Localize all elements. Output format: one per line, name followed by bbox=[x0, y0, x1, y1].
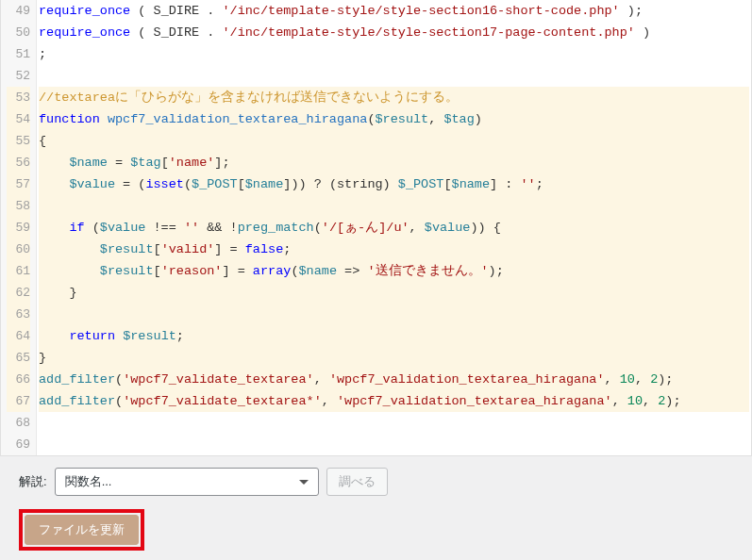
code-line[interactable]: function wpcf7_validation_textarea_hirag… bbox=[39, 108, 749, 130]
line-number: 54 bbox=[7, 108, 30, 130]
code-content[interactable]: require_once ( S_DIRE . '/inc/template-s… bbox=[37, 0, 751, 455]
code-line[interactable]: { bbox=[39, 130, 749, 152]
line-number: 69 bbox=[7, 434, 30, 455]
editor-footer: 解説: 関数名... 調べる ファイルを更新 bbox=[0, 456, 752, 560]
line-number: 55 bbox=[7, 130, 30, 152]
code-line[interactable] bbox=[39, 412, 749, 434]
code-line[interactable]: } bbox=[39, 282, 749, 304]
code-editor: 4950515253545556575859606162636465666768… bbox=[0, 0, 752, 456]
line-number: 63 bbox=[7, 304, 30, 325]
code-line[interactable]: ; bbox=[39, 43, 749, 65]
line-number: 60 bbox=[7, 239, 30, 260]
line-number: 56 bbox=[7, 152, 30, 173]
code-line[interactable]: require_once ( S_DIRE . '/inc/template-s… bbox=[39, 0, 749, 22]
code-line[interactable]: } bbox=[39, 347, 749, 369]
line-number: 62 bbox=[7, 282, 30, 304]
line-number: 58 bbox=[7, 195, 30, 217]
code-line[interactable]: $name = $tag['name']; bbox=[39, 152, 749, 173]
line-number: 64 bbox=[7, 325, 30, 347]
line-number: 50 bbox=[7, 22, 30, 43]
line-number: 51 bbox=[7, 43, 30, 65]
line-number: 52 bbox=[7, 65, 30, 87]
code-line[interactable] bbox=[39, 434, 749, 455]
line-number: 49 bbox=[7, 0, 30, 22]
lookup-button[interactable]: 調べる bbox=[326, 468, 388, 496]
code-line[interactable]: return $result; bbox=[39, 325, 749, 347]
line-number: 68 bbox=[7, 412, 30, 434]
line-number: 59 bbox=[7, 217, 30, 239]
code-line[interactable] bbox=[39, 304, 749, 325]
line-number: 53 bbox=[7, 87, 30, 108]
line-number: 66 bbox=[7, 369, 30, 390]
update-file-button[interactable]: ファイルを更新 bbox=[25, 515, 139, 545]
code-line[interactable] bbox=[39, 195, 749, 217]
code-line[interactable]: require_once ( S_DIRE . '/inc/template-s… bbox=[39, 22, 749, 43]
code-line[interactable]: $result['valid'] = false; bbox=[39, 239, 749, 260]
code-line[interactable]: $value = (isset($_POST[$name])) ? (strin… bbox=[39, 173, 749, 195]
line-number: 67 bbox=[7, 390, 30, 412]
line-number: 61 bbox=[7, 260, 30, 282]
code-area[interactable]: 4950515253545556575859606162636465666768… bbox=[1, 0, 751, 455]
line-number: 57 bbox=[7, 173, 30, 195]
code-line[interactable]: add_filter('wpcf7_validate_textarea', 'w… bbox=[39, 369, 749, 390]
code-line[interactable] bbox=[39, 65, 749, 87]
update-button-highlight: ファイルを更新 bbox=[19, 509, 144, 551]
code-line[interactable]: $result['reason'] = array($name => '送信でき… bbox=[39, 260, 749, 282]
line-number-gutter: 4950515253545556575859606162636465666768… bbox=[1, 0, 37, 455]
code-line[interactable]: //textareaに「ひらがな」を含まなければ送信できないようにする。 bbox=[39, 87, 749, 108]
lookup-row: 解説: 関数名... 調べる bbox=[19, 468, 733, 496]
code-line[interactable]: if ($value !== '' && !preg_match('/[ぁ-ん]… bbox=[39, 217, 749, 239]
dropdown-value: 関数名... bbox=[65, 473, 112, 490]
function-lookup-dropdown[interactable]: 関数名... bbox=[55, 468, 319, 496]
lookup-label: 解説: bbox=[19, 473, 47, 490]
line-number: 65 bbox=[7, 347, 30, 369]
code-line[interactable]: add_filter('wpcf7_validate_textarea*', '… bbox=[39, 390, 749, 412]
